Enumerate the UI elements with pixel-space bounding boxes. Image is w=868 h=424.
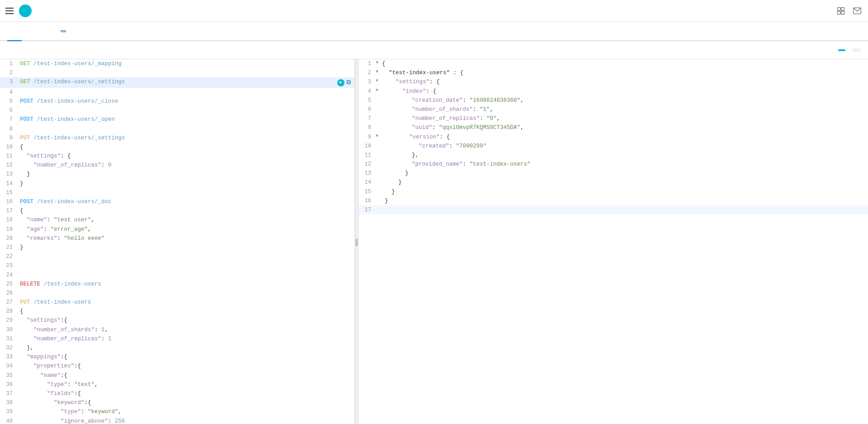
editor-line-10: 10{ (0, 143, 354, 152)
editor-line-37: 37 "fields":{ (0, 389, 354, 398)
line-content: "number_of_shards": 1, (16, 325, 354, 334)
line-number: 16 (359, 196, 375, 205)
result-line-15: 15 } (359, 187, 868, 196)
line-content: "keyword":{ (16, 398, 354, 407)
line-number: 21 (0, 243, 16, 252)
line-content: "number_of_replicas": 1 (16, 334, 354, 343)
editor-line-12: 12 "number_of_replicas": 0 (0, 161, 354, 170)
line-content: "fields":{ (16, 389, 354, 398)
line-number: 27 (0, 298, 16, 307)
line-number: 14 (0, 179, 16, 188)
editor-line-8: 8 (0, 124, 354, 133)
line-number: 18 (0, 215, 16, 224)
result-line-14: 14 } (359, 178, 868, 187)
svg-rect-2 (838, 11, 841, 14)
line-number: 8 (359, 123, 375, 132)
line-number: 17 (0, 206, 16, 215)
svg-rect-3 (841, 11, 844, 14)
line-number: 5 (359, 96, 375, 105)
line-content: "properties":{ (16, 362, 354, 371)
result-content: "index": { (378, 87, 868, 96)
line-number: 1 (359, 59, 375, 68)
tab-console[interactable] (7, 22, 22, 41)
line-content: DELETE /test-index-users (16, 280, 354, 289)
result-content: } (381, 196, 868, 205)
result-line-13: 13 } (359, 169, 868, 178)
tab-painless[interactable] (51, 22, 73, 41)
code-editor[interactable]: 1GET /test-index-users/_mapping23GET /te… (0, 59, 354, 424)
result-line-9: 9▼ "version": { (359, 133, 868, 142)
result-line-11: 11 }, (359, 151, 868, 160)
editor-line-6: 6 (0, 106, 354, 115)
time-badge (853, 49, 861, 52)
result-line-12: 12 "provided_name": "test-index-users" (359, 160, 868, 169)
editor-line-13: 13 } (0, 170, 354, 179)
editor-line-24: 24 (0, 271, 354, 280)
editor-line-17: 17{ (0, 206, 354, 215)
line-number: 6 (359, 105, 375, 114)
line-number: 7 (0, 115, 16, 124)
line-content: PUT /test-index-users/_settings (16, 133, 354, 143)
result-content: "created": "7090299" (381, 142, 868, 151)
result-content: } (381, 178, 868, 187)
editor-line-28: 28{ (0, 307, 354, 316)
line-content: }, (16, 343, 354, 353)
run-button[interactable]: ▶ (337, 79, 344, 86)
editor-pane: 1GET /test-index-users/_mapping23GET /te… (0, 59, 355, 424)
line-number: 19 (0, 225, 16, 234)
editor-line-4: 4 (0, 88, 354, 97)
line-number: 4 (0, 88, 16, 97)
editor-line-33: 33 "mappings":{ (0, 353, 354, 362)
toolbar (0, 41, 868, 59)
line-content: "number_of_replicas": 0 (16, 161, 354, 170)
line-number: 5 (0, 97, 16, 106)
line-number: 39 (0, 407, 16, 416)
editor-line-16: 16POST /test-index-users/_doc (0, 197, 354, 206)
tab-search-profiler[interactable] (22, 22, 36, 41)
line-number: 17 (359, 205, 375, 214)
line-content: "settings": { (16, 152, 354, 161)
menu-icon[interactable] (5, 8, 14, 14)
editor-line-7: 7POST /test-index-users/_open (0, 115, 354, 124)
result-line-1: 1▼{ (359, 59, 868, 68)
link-button[interactable]: ⧉ (346, 77, 351, 87)
result-code[interactable]: 1▼{2▼ "test-index-users" : {3▼ "settings… (359, 59, 868, 424)
pane-divider[interactable]: ‖ (355, 59, 359, 424)
editor-line-29: 29 "settings":{ (0, 316, 354, 325)
line-content: "type": "text", (16, 380, 354, 389)
result-line-17: 17 (359, 205, 868, 214)
line-content: "remarks": "hello eeee" (16, 234, 354, 243)
line-content: "name":{ (16, 371, 354, 380)
mail-icon[interactable] (852, 5, 863, 16)
tab-grok-debugger[interactable] (36, 22, 51, 41)
result-line-2: 2▼ "test-index-users" : { (359, 68, 868, 77)
editor-line-21: 21} (0, 243, 354, 252)
editor-line-31: 31 "number_of_replicas": 1 (0, 334, 354, 343)
editor-line-25: 25DELETE /test-index-users (0, 280, 354, 289)
line-number: 14 (359, 178, 375, 187)
nav-tabs (0, 22, 868, 41)
result-content: "provided_name": "test-index-users" (381, 160, 868, 169)
line-number: 23 (0, 261, 16, 270)
line-content: "type": "keyword", (16, 407, 354, 416)
result-line-8: 8 "uuid": "qqxlOmvpR7KQMS8CT345DA", (359, 123, 868, 132)
line-content: POST /test-index-users/_open (16, 115, 354, 124)
line-number: 40 (0, 417, 16, 424)
editor-line-14: 14} (0, 179, 354, 188)
result-line-5: 5 "creation_date": "1698824838360", (359, 96, 868, 105)
extensions-icon[interactable] (835, 5, 846, 16)
line-number: 22 (0, 252, 16, 261)
editor-line-11: 11 "settings": { (0, 152, 354, 161)
editor-line-9: 9PUT /test-index-users/_settings (0, 133, 354, 143)
result-line-10: 10 "created": "7090299" (359, 142, 868, 151)
line-number: 4 (359, 87, 375, 96)
result-line-4: 4▼ "index": { (359, 87, 868, 96)
result-pane: 1▼{2▼ "test-index-users" : {3▼ "settings… (359, 59, 868, 424)
result-line-16: 16} (359, 196, 868, 205)
result-content: "settings": { (378, 77, 868, 86)
line-number: 37 (0, 389, 16, 398)
line-number: 33 (0, 353, 16, 362)
editor-line-3: 3GET /test-index-users/_settings▶⧉ (0, 77, 354, 87)
line-content: POST /test-index-users/_doc (16, 197, 354, 206)
line-content: "name": "test user", (16, 215, 354, 224)
